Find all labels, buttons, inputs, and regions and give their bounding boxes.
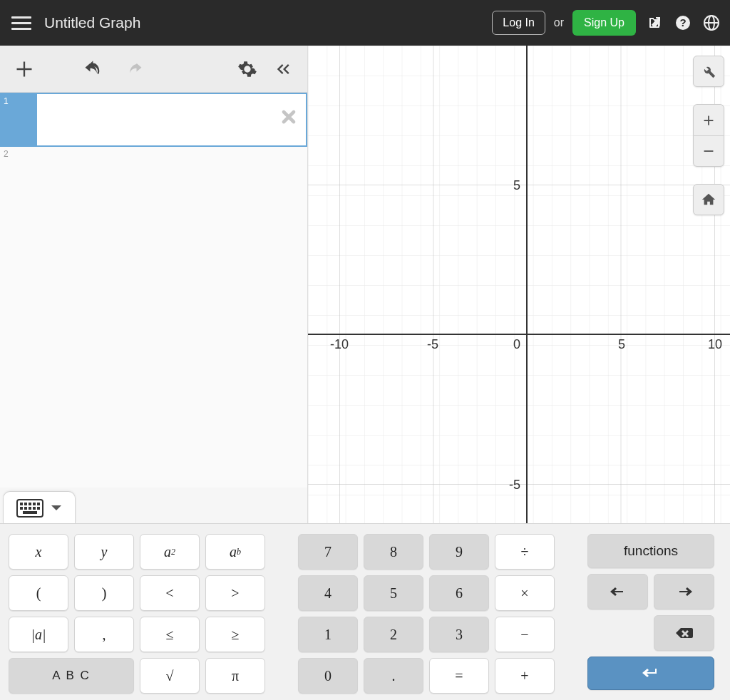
- svg-rect-12: [24, 507, 27, 510]
- key-1[interactable]: 1: [298, 617, 358, 652]
- svg-rect-11: [20, 507, 23, 510]
- keyboard-toggle-button[interactable]: [3, 491, 76, 523]
- delete-expression-icon[interactable]: [279, 107, 299, 130]
- svg-text:-10: -10: [330, 337, 349, 351]
- sidebar-toolbar: [0, 46, 307, 93]
- key-x[interactable]: x: [9, 534, 68, 570]
- key-functions[interactable]: functions: [587, 534, 714, 568]
- signup-button[interactable]: Sign Up: [572, 10, 636, 36]
- key-greater-equal[interactable]: ≥: [205, 617, 265, 652]
- svg-rect-6: [20, 503, 23, 505]
- caret-down-icon: [51, 505, 62, 512]
- key-6[interactable]: 6: [429, 575, 489, 611]
- language-icon[interactable]: [701, 13, 721, 33]
- key-equals[interactable]: =: [429, 658, 489, 694]
- expression-list: 1 2: [0, 93, 307, 488]
- svg-rect-10: [37, 503, 40, 505]
- expression-input[interactable]: [37, 94, 306, 145]
- home-button[interactable]: [693, 184, 724, 215]
- or-text: or: [554, 16, 564, 29]
- key-backspace[interactable]: [654, 615, 714, 651]
- backspace-icon: [674, 626, 695, 640]
- key-comma[interactable]: ,: [74, 617, 134, 652]
- key-3[interactable]: 3: [429, 617, 489, 652]
- key-decimal[interactable]: .: [364, 658, 423, 694]
- key-2[interactable]: 2: [364, 617, 423, 652]
- svg-rect-13: [29, 507, 31, 510]
- zoom-out-button[interactable]: [693, 135, 724, 167]
- virtual-keyboard: x y a2 ab ( ) < > |a| , ≤ ≥ A B C √ π 7 …: [0, 523, 730, 700]
- svg-text:-5: -5: [509, 478, 520, 492]
- svg-rect-8: [29, 503, 31, 505]
- svg-rect-7: [24, 503, 27, 505]
- svg-rect-28: [704, 150, 714, 152]
- key-arrow-right[interactable]: [654, 574, 714, 609]
- key-less-equal[interactable]: ≤: [140, 617, 200, 652]
- expression-number: 1: [0, 94, 37, 145]
- key-arrow-left[interactable]: [587, 574, 648, 609]
- arrow-right-icon: [674, 585, 695, 599]
- expression-number: 2: [0, 147, 37, 175]
- svg-rect-16: [23, 511, 37, 514]
- key-7[interactable]: 7: [298, 534, 358, 570]
- svg-rect-18: [308, 46, 730, 523]
- expression-row[interactable]: 2: [0, 147, 307, 175]
- app-header: Untitled Graph Log In or Sign Up ?: [0, 0, 730, 46]
- key-sqrt[interactable]: √: [140, 658, 200, 694]
- settings-icon[interactable]: [235, 56, 260, 82]
- svg-text:5: 5: [513, 178, 520, 192]
- key-abc[interactable]: A B C: [9, 658, 134, 694]
- login-button[interactable]: Log In: [492, 11, 545, 35]
- expression-sidebar: 1 2: [0, 46, 308, 523]
- key-a-power-b[interactable]: ab: [205, 534, 265, 570]
- key-pi[interactable]: π: [205, 658, 265, 694]
- key-multiply[interactable]: ×: [495, 575, 555, 611]
- key-greater-than[interactable]: >: [205, 575, 265, 611]
- share-icon[interactable]: [644, 13, 664, 33]
- svg-rect-9: [33, 503, 36, 505]
- redo-button[interactable]: [121, 56, 147, 82]
- graph-title[interactable]: Untitled Graph: [44, 14, 140, 31]
- svg-text:?: ?: [679, 16, 686, 29]
- svg-text:5: 5: [618, 337, 625, 351]
- key-plus[interactable]: +: [495, 658, 555, 694]
- key-less-than[interactable]: <: [140, 575, 200, 611]
- wrench-settings-button[interactable]: [693, 56, 724, 87]
- graph-canvas[interactable]: 0 -5 -10 5 10 5 -5: [308, 46, 730, 523]
- key-0[interactable]: 0: [298, 658, 358, 694]
- key-5[interactable]: 5: [364, 575, 423, 611]
- zoom-in-button[interactable]: [693, 104, 724, 135]
- keyboard-icon: [16, 499, 43, 518]
- key-4[interactable]: 4: [298, 575, 358, 611]
- key-right-paren[interactable]: ): [74, 575, 134, 611]
- undo-button[interactable]: [80, 56, 106, 82]
- key-y[interactable]: y: [74, 534, 134, 570]
- key-8[interactable]: 8: [364, 534, 423, 570]
- key-minus[interactable]: −: [495, 617, 555, 652]
- hamburger-menu-icon[interactable]: [9, 10, 34, 36]
- svg-rect-15: [37, 507, 40, 510]
- arrow-left-icon: [607, 585, 629, 599]
- key-9[interactable]: 9: [429, 534, 489, 570]
- svg-text:10: 10: [708, 337, 722, 351]
- key-a-squared[interactable]: a2: [140, 534, 200, 570]
- key-abs[interactable]: |a|: [9, 617, 68, 652]
- svg-text:0: 0: [513, 337, 520, 351]
- key-left-paren[interactable]: (: [9, 575, 68, 611]
- key-divide[interactable]: ÷: [495, 534, 555, 570]
- add-expression-button[interactable]: [11, 56, 37, 82]
- help-icon[interactable]: ?: [673, 13, 693, 33]
- enter-icon: [640, 666, 662, 680]
- collapse-sidebar-icon[interactable]: [270, 56, 296, 82]
- svg-rect-14: [33, 507, 36, 510]
- key-enter[interactable]: [587, 657, 714, 691]
- expression-row[interactable]: 1: [0, 93, 307, 147]
- svg-text:-5: -5: [427, 337, 438, 351]
